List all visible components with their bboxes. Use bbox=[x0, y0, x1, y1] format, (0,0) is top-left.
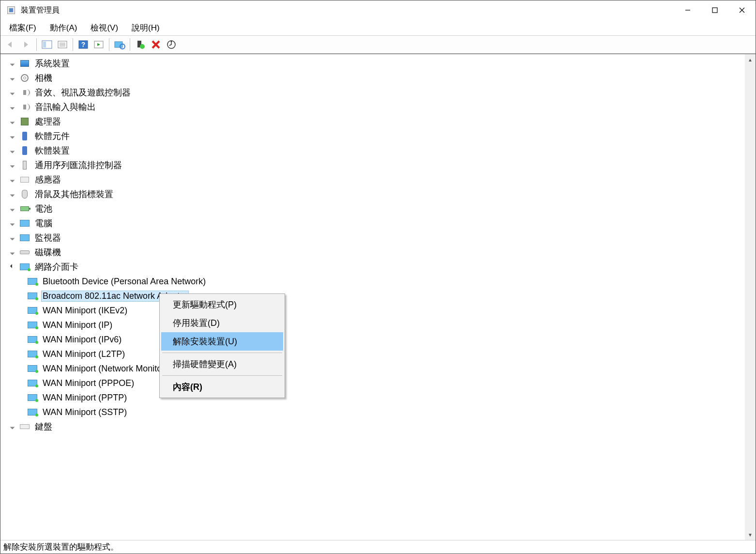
ctx-uninstall-device[interactable]: 解除安裝裝置(U) bbox=[161, 332, 283, 351]
expand-icon[interactable] bbox=[7, 88, 17, 97]
category-node[interactable]: 通用序列匯流排控制器 bbox=[7, 158, 745, 172]
category-label: 通用序列匯流排控制器 bbox=[33, 159, 123, 171]
device-node[interactable]: Bluetooth Device (Personal Area Network) bbox=[7, 274, 745, 289]
category-label: 監視器 bbox=[33, 231, 62, 244]
statusbar: 解除安裝所選裝置的驅動程式。 bbox=[0, 540, 756, 554]
category-network-adapters[interactable]: 網路介面卡 bbox=[7, 260, 745, 274]
uninstall-device-button[interactable] bbox=[149, 37, 163, 52]
category-node[interactable]: 處理器 bbox=[7, 114, 745, 129]
device-node[interactable]: WAN Miniport (Network Monitor) bbox=[7, 361, 745, 376]
action-button[interactable] bbox=[91, 37, 106, 52]
menu-file[interactable]: 檔案(F) bbox=[2, 20, 43, 35]
device-node[interactable]: WAN Miniport (PPTP) bbox=[7, 390, 745, 405]
expand-icon[interactable] bbox=[7, 189, 17, 199]
maximize-button[interactable] bbox=[701, 0, 728, 20]
toolbar-separator bbox=[109, 38, 109, 51]
usb-icon bbox=[19, 159, 30, 171]
expand-icon[interactable] bbox=[7, 73, 17, 83]
network-adapter-icon bbox=[27, 290, 38, 302]
expand-icon[interactable] bbox=[7, 160, 17, 170]
ctx-properties[interactable]: 內容(R) bbox=[161, 378, 283, 396]
enable-device-button[interactable] bbox=[133, 37, 148, 52]
expand-icon[interactable] bbox=[7, 146, 17, 155]
window-title: 裝置管理員 bbox=[21, 5, 674, 15]
expand-icon[interactable] bbox=[7, 233, 17, 243]
device-label: WAN Miniport (IPv6) bbox=[41, 334, 123, 345]
scroll-track[interactable] bbox=[745, 65, 756, 529]
collapse-icon[interactable] bbox=[7, 262, 17, 272]
category-node[interactable]: 軟體裝置 bbox=[7, 143, 745, 158]
category-label: 處理器 bbox=[33, 115, 62, 128]
network-adapter-icon bbox=[27, 276, 38, 287]
device-node[interactable]: WAN Miniport (IPv6) bbox=[7, 332, 745, 347]
scan-hardware-button[interactable] bbox=[112, 37, 127, 52]
show-hide-tree-button[interactable] bbox=[40, 37, 54, 52]
close-button[interactable] bbox=[728, 0, 756, 20]
device-node[interactable]: WAN Miniport (PPPOE) bbox=[7, 376, 745, 390]
device-node[interactable]: WAN Miniport (IKEv2) bbox=[7, 303, 745, 318]
category-node[interactable]: 滑鼠及其他指標裝置 bbox=[7, 187, 745, 201]
device-tree[interactable]: 系統裝置相機音效、視訊及遊戲控制器音訊輸入與輸出處理器軟體元件軟體裝置通用序列匯… bbox=[0, 54, 745, 540]
category-keyboard[interactable]: 鍵盤 bbox=[7, 419, 745, 434]
help-button[interactable]: ? bbox=[76, 37, 91, 52]
back-button[interactable] bbox=[3, 37, 18, 52]
bat-icon bbox=[19, 203, 30, 215]
update-driver-button[interactable] bbox=[164, 37, 179, 52]
network-adapter-icon bbox=[27, 334, 38, 345]
category-node[interactable]: 感應器 bbox=[7, 172, 745, 187]
device-node[interactable]: WAN Miniport (SSTP) bbox=[7, 405, 745, 419]
device-node[interactable]: WAN Miniport (L2TP) bbox=[7, 347, 745, 361]
category-node[interactable]: 監視器 bbox=[7, 231, 745, 245]
expand-icon[interactable] bbox=[7, 175, 17, 185]
category-label: 電池 bbox=[33, 202, 54, 215]
menu-action[interactable]: 動作(A) bbox=[43, 20, 84, 35]
ctx-disable-device[interactable]: 停用裝置(D) bbox=[161, 314, 283, 332]
expand-icon[interactable] bbox=[7, 422, 17, 431]
scroll-up-button[interactable]: ▲ bbox=[745, 54, 756, 65]
toolbar-separator bbox=[73, 38, 73, 51]
category-node[interactable]: 電腦 bbox=[7, 216, 745, 231]
category-node[interactable]: 音效、視訊及遊戲控制器 bbox=[7, 85, 745, 100]
device-label: WAN Miniport (L2TP) bbox=[41, 349, 126, 360]
mon-icon bbox=[19, 217, 30, 229]
snd-icon bbox=[19, 101, 30, 113]
vertical-scrollbar[interactable]: ▲ ▼ bbox=[745, 54, 756, 540]
menu-help[interactable]: 說明(H) bbox=[125, 20, 166, 35]
device-node[interactable]: WAN Miniport (IP) bbox=[7, 318, 745, 332]
properties-button[interactable] bbox=[55, 37, 70, 52]
cpu-icon bbox=[19, 116, 30, 127]
expand-icon[interactable] bbox=[7, 218, 17, 228]
keyboard-icon bbox=[19, 421, 30, 432]
category-node[interactable]: 相機 bbox=[7, 71, 745, 85]
category-node[interactable]: 系統裝置 bbox=[7, 56, 745, 71]
category-label: 系統裝置 bbox=[33, 57, 71, 70]
expand-icon[interactable] bbox=[7, 131, 17, 141]
menu-view[interactable]: 檢視(V) bbox=[84, 20, 125, 35]
scroll-down-button[interactable]: ▼ bbox=[745, 529, 756, 540]
svg-rect-5 bbox=[43, 42, 46, 47]
category-label: 網路介面卡 bbox=[33, 261, 80, 273]
category-node[interactable]: 軟體元件 bbox=[7, 129, 745, 143]
expand-icon[interactable] bbox=[7, 102, 17, 112]
device-label: WAN Miniport (PPPOE) bbox=[41, 378, 136, 389]
ctx-update-driver[interactable]: 更新驅動程式(P) bbox=[161, 295, 283, 314]
category-label: 電腦 bbox=[33, 217, 54, 230]
category-node[interactable]: 電池 bbox=[7, 201, 745, 216]
device-label: WAN Miniport (Network Monitor) bbox=[41, 363, 169, 374]
mouse-icon bbox=[19, 188, 30, 200]
expand-icon[interactable] bbox=[7, 117, 17, 126]
expand-icon[interactable] bbox=[7, 59, 17, 68]
minimize-button[interactable] bbox=[674, 0, 701, 20]
ctx-separator bbox=[162, 375, 282, 376]
expand-icon[interactable] bbox=[7, 204, 17, 214]
device-node[interactable]: Broadcom 802.11ac Network Adapter bbox=[7, 289, 745, 303]
category-label: 磁碟機 bbox=[33, 246, 62, 259]
category-node[interactable]: 音訊輸入與輸出 bbox=[7, 100, 745, 114]
mon-icon bbox=[19, 232, 30, 244]
ctx-scan-hardware[interactable]: 掃描硬體變更(A) bbox=[161, 355, 283, 373]
category-node[interactable]: 磁碟機 bbox=[7, 245, 745, 260]
category-label: 感應器 bbox=[33, 173, 62, 186]
expand-icon[interactable] bbox=[7, 247, 17, 257]
forward-button[interactable] bbox=[19, 37, 33, 52]
menubar: 檔案(F) 動作(A) 檢視(V) 說明(H) bbox=[0, 20, 756, 35]
